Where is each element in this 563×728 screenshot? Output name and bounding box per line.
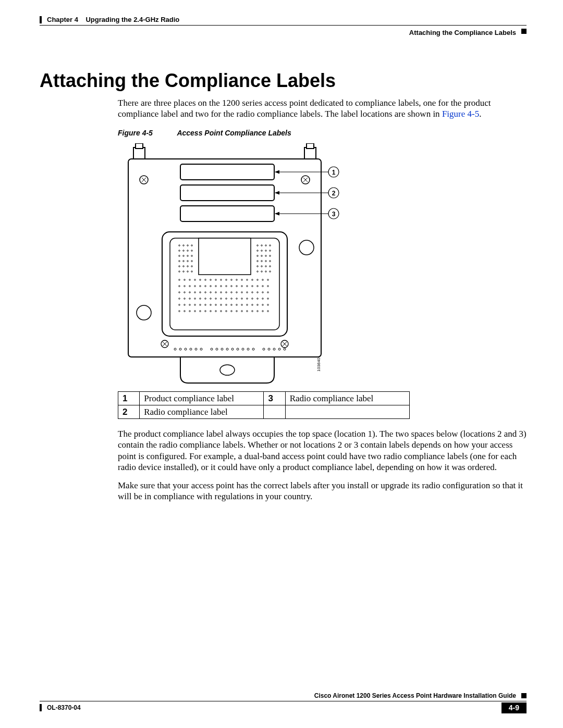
chapter-title: Upgrading the 2.4-GHz Radio [85, 16, 179, 23]
footer-doc-id: OL-8370-04 [47, 704, 81, 712]
callout-2-text: 2 [332, 190, 336, 197]
section-breadcrumb: Attaching the Compliance Labels [409, 29, 516, 37]
svg-point-193 [220, 365, 235, 375]
square-icon [521, 29, 527, 34]
callout-3-text: 3 [332, 211, 336, 218]
table-row: 1 Product compliance label 3 Radio compl… [118, 391, 410, 405]
footer-rule [40, 701, 527, 701]
chapter-label: Chapter 4 [47, 16, 78, 23]
table-row: 2 Radio compliance label [118, 405, 410, 418]
figure-legend-table: 1 Product compliance label 3 Radio compl… [118, 391, 410, 419]
svg-point-7 [137, 305, 151, 320]
legend-num-1: 1 [118, 391, 140, 405]
para1-text-b: . [479, 109, 481, 119]
legend-num-2: 2 [118, 405, 140, 418]
svg-rect-2 [136, 143, 143, 149]
footer-bar-icon [40, 704, 42, 711]
footer-book-title: Cisco Aironet 1200 Series Access Point H… [314, 692, 516, 700]
section-breadcrumb-row: Attaching the Compliance Labels [40, 26, 527, 37]
legend-text-1: Product compliance label [140, 391, 264, 405]
callout-1-text: 1 [332, 169, 336, 176]
page-footer: Cisco Aironet 1200 Series Access Point H… [40, 692, 527, 714]
running-header: Chapter 4 Upgrading the 2.4-GHz Radio [40, 16, 527, 24]
section-heading: Attaching the Compliance Labels [40, 69, 527, 92]
legend-num-3: 3 [264, 391, 285, 405]
svg-rect-4 [307, 143, 314, 149]
figure-image-ref: 103640 [316, 357, 321, 371]
legend-text-2: Radio compliance label [140, 405, 264, 418]
svg-rect-9 [180, 164, 274, 180]
para3: Make sure that your access point has the… [118, 480, 527, 502]
square-icon [521, 693, 527, 698]
svg-point-8 [299, 240, 314, 255]
svg-rect-3 [304, 147, 316, 159]
svg-rect-10 [180, 185, 274, 201]
header-bar-icon [40, 16, 42, 23]
svg-rect-1 [133, 147, 145, 159]
para2: The product compliance label always occu… [118, 428, 527, 473]
figure-illustration: 1 2 3 103640 [118, 143, 410, 388]
figure-title: Access Point Compliance Labels [177, 129, 291, 137]
legend-empty-text [285, 405, 409, 418]
figure-xref-link[interactable]: Figure 4-5 [442, 109, 479, 119]
figure-number: Figure 4-5 [118, 129, 175, 138]
intro-paragraph: There are three places on the 1200 serie… [118, 97, 527, 120]
svg-rect-11 [180, 206, 274, 221]
page-number: 4-9 [501, 702, 527, 714]
figure-caption: Figure 4-5 Access Point Compliance Label… [118, 129, 527, 138]
legend-text-3: Radio compliance label [285, 391, 409, 405]
svg-rect-170 [199, 238, 251, 275]
legend-empty-num [264, 405, 285, 418]
para1-text-a: There are three places on the 1200 serie… [118, 98, 491, 119]
